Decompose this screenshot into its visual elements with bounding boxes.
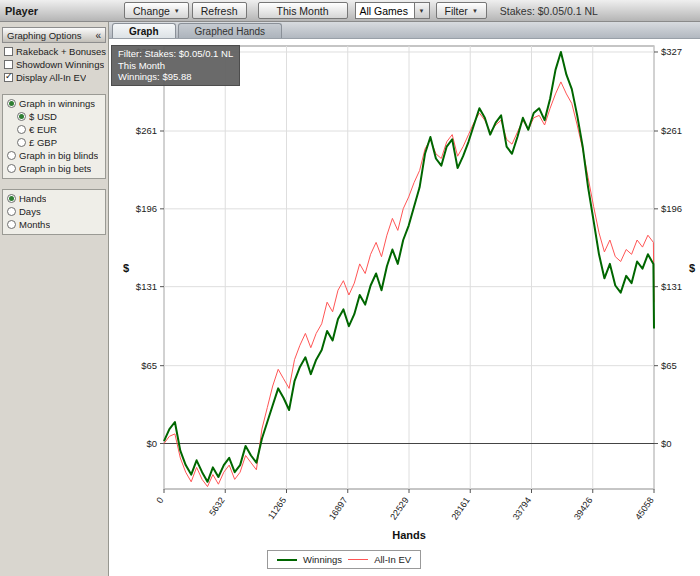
- tooltip-winnings-line: Winnings: $95.88: [118, 71, 233, 83]
- radio-icon: [7, 207, 16, 216]
- radio-icon: [7, 164, 16, 173]
- chevron-down-icon: ▼: [472, 8, 478, 14]
- svg-text:$: $: [689, 262, 695, 274]
- all-in-ev-line-swatch: [348, 559, 368, 560]
- svg-text:45058: 45058: [633, 495, 656, 521]
- svg-text:$196: $196: [661, 203, 682, 214]
- tab-bar: Graph Graphed Hands: [109, 22, 700, 39]
- svg-text:$0: $0: [661, 438, 672, 449]
- radio-icon: [17, 138, 26, 147]
- radio-hands[interactable]: Hands: [3, 192, 105, 205]
- application-window: Player Change ▼ Refresh This Month All G…: [0, 0, 700, 576]
- svg-text:$261: $261: [661, 125, 682, 136]
- svg-text:$131: $131: [661, 281, 682, 292]
- refresh-button[interactable]: Refresh: [192, 2, 247, 19]
- radio-icon: [17, 112, 26, 121]
- filter-button[interactable]: Filter ▼: [436, 2, 487, 19]
- sidebar-header-title: Graphing Options: [7, 30, 81, 41]
- svg-text:22529: 22529: [388, 495, 411, 521]
- winnings-chart-canvas: $0$0$65$65$131$131$196$196$261$261$327$3…: [109, 39, 700, 576]
- svg-text:$327: $327: [661, 46, 682, 57]
- chart-pane: Filter: Stakes: $0.05/0.1 NL This Month …: [109, 39, 700, 576]
- svg-text:$196: $196: [136, 203, 157, 214]
- radio-graph-in-winnings[interactable]: Graph in winnings: [3, 97, 105, 110]
- winnings-line-swatch: [277, 559, 297, 561]
- change-button[interactable]: Change ▼: [124, 2, 189, 19]
- svg-text:11265: 11265: [266, 495, 288, 521]
- radio-icon: [17, 125, 26, 134]
- svg-text:$65: $65: [141, 360, 157, 371]
- radio-icon: [7, 99, 16, 108]
- games-select-dropdown-button[interactable]: ▼: [414, 3, 429, 18]
- radio-graph-in-big-bets[interactable]: Graph in big bets: [3, 162, 105, 175]
- checkbox-icon: [4, 47, 13, 56]
- checkbox-showdown-winnings[interactable]: Showdown Winnings: [0, 58, 108, 71]
- games-select-value: All Games: [356, 3, 414, 18]
- radio-gbp[interactable]: £ GBP: [3, 136, 105, 149]
- legend-all-in-ev-label: All-In EV: [374, 554, 411, 565]
- checkbox-display-all-in-ev[interactable]: Display All-In EV: [0, 71, 108, 84]
- radio-icon: [7, 220, 16, 229]
- svg-text:28161: 28161: [449, 495, 472, 521]
- svg-text:$: $: [123, 262, 129, 274]
- radio-months[interactable]: Months: [3, 218, 105, 231]
- chevron-down-icon: ▼: [419, 8, 425, 14]
- top-toolbar: Player Change ▼ Refresh This Month All G…: [0, 0, 700, 22]
- collapse-panel-icon[interactable]: «: [95, 30, 101, 41]
- filter-summary-tooltip: Filter: Stakes: $0.05/0.1 NL This Month …: [111, 45, 240, 86]
- stakes-status-text: Stakes: $0.05/0.1 NL: [500, 5, 598, 17]
- checkbox-rakeback-bonuses[interactable]: Rakeback + Bonuses: [0, 45, 108, 58]
- tab-graphed-hands[interactable]: Graphed Hands: [178, 23, 283, 38]
- svg-text:$65: $65: [661, 360, 677, 371]
- graphing-options-sidebar: Graphing Options « Rakeback + Bonuses Sh…: [0, 22, 109, 576]
- player-label: Player: [5, 5, 38, 17]
- radio-usd[interactable]: $ USD: [3, 110, 105, 123]
- svg-text:33794: 33794: [511, 495, 534, 521]
- sidebar-header: Graphing Options «: [2, 27, 106, 43]
- this-month-button[interactable]: This Month: [258, 2, 348, 19]
- svg-text:39426: 39426: [572, 495, 595, 521]
- tooltip-period-line: This Month: [118, 60, 233, 72]
- radio-graph-in-big-blinds[interactable]: Graph in big blinds: [3, 149, 105, 162]
- checkbox-icon: [4, 73, 13, 82]
- games-select[interactable]: All Games ▼: [355, 2, 430, 19]
- radio-eur[interactable]: € EUR: [3, 123, 105, 136]
- checkbox-icon: [4, 60, 13, 69]
- svg-text:Hands: Hands: [392, 529, 426, 541]
- graph-mode-group: Graph in winnings $ USD € EUR £ GBP Grap…: [2, 94, 106, 179]
- radio-icon: [7, 151, 16, 160]
- radio-icon: [7, 194, 16, 203]
- svg-text:$261: $261: [136, 125, 157, 136]
- x-axis-unit-group: Hands Days Months: [2, 189, 106, 235]
- chart-legend: Winnings All-In EV: [267, 550, 421, 569]
- tooltip-filter-line: Filter: Stakes: $0.05/0.1 NL: [118, 48, 233, 60]
- svg-text:0: 0: [155, 495, 166, 505]
- legend-winnings-label: Winnings: [303, 554, 342, 565]
- svg-text:$131: $131: [136, 281, 157, 292]
- svg-text:16897: 16897: [327, 495, 350, 521]
- tab-graph[interactable]: Graph: [112, 23, 175, 38]
- chevron-down-icon: ▼: [174, 8, 180, 14]
- svg-text:5632: 5632: [207, 495, 227, 517]
- radio-days[interactable]: Days: [3, 205, 105, 218]
- svg-text:$0: $0: [146, 438, 157, 449]
- main-content: Graph Graphed Hands Filter: Stakes: $0.0…: [109, 22, 700, 576]
